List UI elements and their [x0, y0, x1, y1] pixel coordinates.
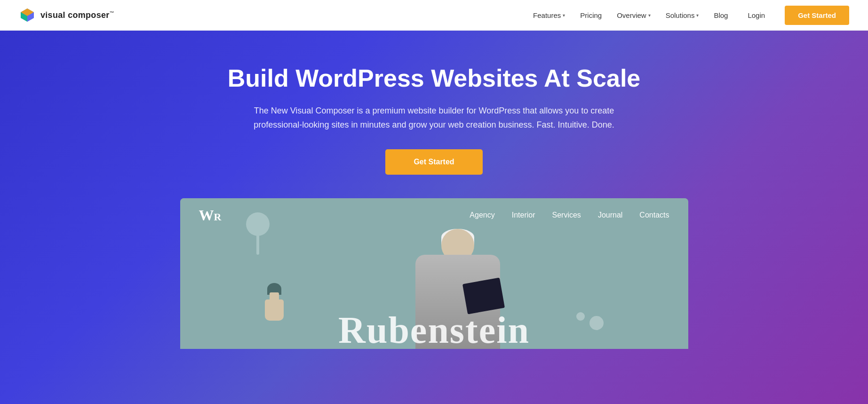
demo-nav-journal[interactable]: Journal — [598, 211, 622, 219]
header-cta-button[interactable]: Get Started — [785, 6, 849, 25]
logo-text: visual composer™ — [40, 10, 114, 20]
demo-bottom-text: Rubenstein — [180, 311, 688, 349]
demo-nav-interior[interactable]: Interior — [512, 211, 535, 219]
hero-cta-button[interactable]: Get Started — [385, 149, 482, 175]
logo-area[interactable]: visual composer™ — [19, 7, 114, 24]
nav-item-solutions[interactable]: Solutions ▾ — [666, 11, 699, 19]
chevron-down-icon: ▾ — [648, 13, 651, 18]
hero-section: Build WordPress Websites At Scale The Ne… — [0, 31, 868, 404]
nav-item-overview[interactable]: Overview ▾ — [617, 11, 651, 19]
logo-icon — [19, 7, 36, 24]
chevron-down-icon: ▾ — [563, 13, 565, 18]
demo-preview: WR Agency Interior Services Journal Cont… — [180, 198, 688, 349]
nav-item-features[interactable]: Features ▾ — [533, 11, 565, 19]
hero-subtitle: The New Visual Composer is a premium web… — [246, 104, 622, 132]
main-nav: Features ▾ Pricing Overview ▾ Solutions … — [533, 6, 849, 25]
demo-logo: WR — [199, 207, 222, 224]
hero-title: Build WordPress Websites At Scale — [19, 64, 849, 93]
site-header: visual composer™ Features ▾ Pricing Over… — [0, 0, 868, 31]
nav-item-blog[interactable]: Blog — [714, 11, 728, 19]
login-link[interactable]: Login — [748, 11, 765, 19]
demo-nav-services[interactable]: Services — [552, 211, 581, 219]
chevron-down-icon: ▾ — [696, 13, 699, 18]
nav-item-pricing[interactable]: Pricing — [580, 11, 602, 19]
demo-nav-contacts[interactable]: Contacts — [639, 211, 669, 219]
demo-site-header: WR Agency Interior Services Journal Cont… — [180, 198, 688, 233]
demo-nav-agency[interactable]: Agency — [470, 211, 494, 219]
demo-nav: Agency Interior Services Journal Contact… — [470, 211, 669, 219]
